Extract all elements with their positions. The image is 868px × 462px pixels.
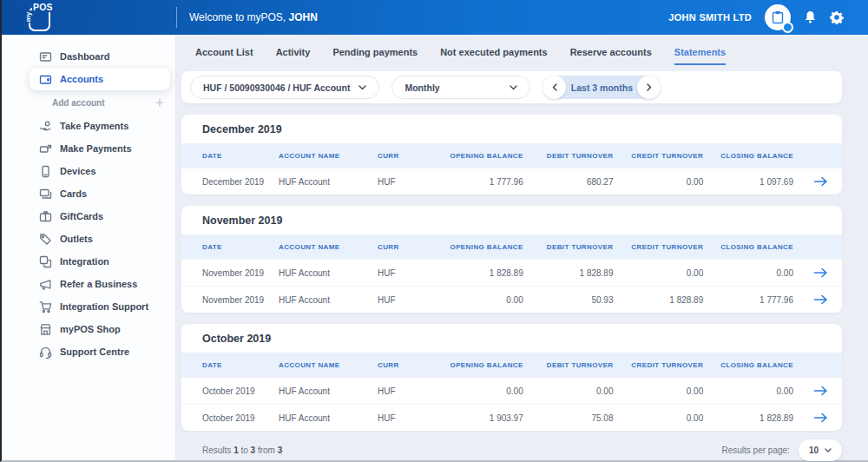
sidebar-item-integration[interactable]: Integration [2,250,176,273]
giftcards-icon [39,210,52,223]
column-header-debit-turnover: DEBIT TURNOVER [523,361,614,369]
cell-credit-turnover: 1 828.89 [614,295,704,305]
cell-curr: HUF [378,386,433,396]
tab-account-list[interactable]: Account List [195,47,253,65]
table-row: December 2019HUF AccountHUF1 777.96680.2… [181,168,842,195]
row-detail-arrow-button[interactable] [793,294,832,305]
frequency-select-value: Monthly [404,82,439,93]
cell-debit-turnover: 75.08 [523,413,614,423]
per-page-select[interactable]: 10 [799,439,842,461]
results-text: from [255,446,278,455]
table-row: November 2019HUF AccountHUF0.0050.931 82… [181,286,842,313]
column-header-opening-balance: OPENING BALANCE [433,361,523,369]
table-header-row: DATEACCOUNT NAMECURROPENING BALANCEDEBIT… [181,353,842,377]
column-header-curr: CURR [378,361,433,369]
cell-account-name: HUF Account [279,413,378,423]
sidebar-item-label: Make Payments [60,143,132,154]
column-header-curr: CURR [378,152,433,160]
sidebar-item-cards[interactable]: Cards [2,182,176,205]
cell-curr: HUF [378,177,433,187]
dashboard-icon [39,50,52,63]
sidebar-item-label: GiftCards [60,211,103,221]
sidebar-item-mypos-shop[interactable]: myPOS Shop [2,318,176,340]
period-navigator: Last 3 months [542,76,661,99]
logo-text-my: my [24,11,32,23]
cell-opening-balance: 0.00 [433,295,523,305]
cell-curr: HUF [378,295,433,305]
row-detail-arrow-button[interactable] [793,267,832,278]
sidebar-item-make-payments[interactable]: Make Payments [2,137,176,160]
cell-date: October 2019 [202,386,279,396]
support-centre-icon [39,346,52,359]
tab-not-executed-payments[interactable]: Not executed payments [440,47,547,65]
mypos-logo[interactable]: POS my [24,3,54,32]
sidebar-item-outlets[interactable]: Outlets [2,228,176,250]
plus-icon [155,98,164,107]
chevron-down-icon [358,85,366,90]
accounts-icon [39,73,52,86]
column-header-closing-balance: CLOSING BALANCE [703,243,793,251]
shop-icon [39,323,52,336]
sidebar-item-label: Integration Support [60,301,148,312]
cell-opening-balance: 1 777.96 [433,177,523,187]
cell-date: December 2019 [202,177,279,187]
company-name: JOHN SMITH LTD [668,12,752,23]
sidebar-item-label: Dashboard [60,51,109,62]
cell-date: October 2019 [202,413,279,423]
cell-closing-balance: 1 777.96 [703,295,793,305]
column-header-opening-balance: OPENING BALANCE [433,243,523,251]
welcome-user-name: JOHN [288,11,317,23]
column-header-debit-turnover: DEBIT TURNOVER [523,152,614,160]
column-header-date: DATE [202,152,279,160]
frequency-select[interactable]: Monthly [391,76,530,99]
results-text: to [239,446,251,455]
sidebar-item-label: Devices [60,166,96,176]
cell-opening-balance: 1 903.97 [433,413,523,423]
sidebar-item-dashboard[interactable]: Dashboard [2,45,176,68]
sidebar-subitem-add-account[interactable]: Add account [2,90,176,115]
make-payments-icon [39,142,52,155]
row-detail-arrow-button[interactable] [793,412,832,423]
tab-activity[interactable]: Activity [276,47,311,65]
bell-icon[interactable] [804,10,817,24]
table-row: November 2019HUF AccountHUF1 828.891 828… [181,259,842,286]
sidebar-item-label: Take Payments [60,121,128,131]
sidebar-item-accounts[interactable]: Accounts [30,68,170,90]
gear-icon[interactable] [830,10,844,24]
period-range-label: Last 3 months [566,82,637,93]
sidebar-item-giftcards[interactable]: GiftCards [2,205,176,228]
cell-account-name: HUF Account [279,177,378,187]
column-header-credit-turnover: CREDIT TURNOVER [614,152,704,160]
results-footer: Results 1 to 3 from 3 Results per page: … [181,431,842,462]
results-text: Results [202,446,233,455]
sidebar-item-integration-support[interactable]: Integration Support [2,295,176,318]
next-period-button[interactable] [637,76,661,99]
cell-debit-turnover: 0.00 [523,386,614,396]
sidebar-item-support-centre[interactable]: Support Centre [2,340,176,363]
column-header-credit-turnover: CREDIT TURNOVER [614,361,704,369]
cell-closing-balance: 1 828.89 [703,413,793,423]
sidebar-item-label: Accounts [60,74,103,84]
tab-statements[interactable]: Statements [674,47,726,65]
merchant-avatar-icon[interactable] [765,4,791,30]
cell-credit-turnover: 0.00 [614,177,704,187]
account-select[interactable]: HUF / 50090930046 / HUF Account [190,76,379,99]
cell-debit-turnover: 50.93 [523,295,614,305]
previous-period-button[interactable] [542,76,566,99]
table-row: October 2019HUF AccountHUF1 903.9775.080… [181,404,842,431]
row-detail-arrow-button[interactable] [793,386,832,396]
sidebar-item-devices[interactable]: Devices [2,160,176,182]
results-number: 3 [278,446,283,455]
row-detail-arrow-button[interactable] [793,176,832,187]
sidebar-item-refer-a-business[interactable]: Refer a Business [2,273,176,295]
tab-reserve-accounts[interactable]: Reserve accounts [570,47,652,65]
column-header-date: DATE [202,243,279,251]
column-header-debit-turnover: DEBIT TURNOVER [523,243,614,251]
logo-zone: POS my [2,0,176,35]
cell-date: November 2019 [202,268,279,278]
sidebar-item-take-payments[interactable]: Take Payments [2,115,176,137]
column-header-date: DATE [202,361,279,369]
cell-debit-turnover: 1 828.89 [523,268,614,278]
tab-pending-payments[interactable]: Pending payments [332,47,418,65]
results-summary: Results 1 to 3 from 3 [202,446,282,455]
